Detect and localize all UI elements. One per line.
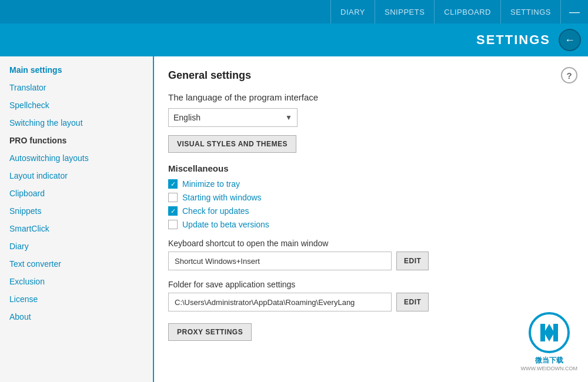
misc-title: Miscellaneous bbox=[168, 163, 574, 173]
language-label: The language of the program interface bbox=[168, 92, 574, 102]
nav-settings[interactable]: SETTINGS bbox=[501, 0, 561, 24]
sidebar-item-layout-indicator[interactable]: Layout indicator bbox=[0, 167, 153, 185]
sidebar-item-smartclick[interactable]: SmartClick bbox=[0, 220, 153, 237]
sidebar-item-diary[interactable]: Diary bbox=[0, 237, 153, 255]
nav-diary[interactable]: DIARY bbox=[330, 0, 375, 24]
checkbox-minimize-tray-box[interactable]: ✓ bbox=[168, 179, 178, 189]
content-area: ? General settings The language of the p… bbox=[154, 56, 588, 382]
top-navigation: DIARY SNIPPETS CLIPBOARD SETTINGS — bbox=[0, 0, 588, 24]
checkbox-beta-versions-label: Update to beta versions bbox=[182, 220, 269, 229]
checkbox-check-updates[interactable]: ✓ Check for updates bbox=[168, 206, 574, 216]
checkbox-check-updates-label: Check for updates bbox=[182, 206, 249, 216]
help-button[interactable]: ? bbox=[561, 67, 577, 83]
checkmark-icon-2: ✓ bbox=[171, 208, 176, 215]
watermark-chinese-text: 微当下载 bbox=[535, 356, 563, 366]
folder-row: EDIT bbox=[168, 293, 574, 311]
sidebar-item-exclusion[interactable]: Exclusion bbox=[0, 273, 153, 290]
checkbox-beta-versions-box[interactable] bbox=[168, 220, 178, 229]
language-select[interactable]: English Russian German French Spanish bbox=[173, 113, 292, 122]
watermark: 微当下载 WWW.WEIDOWN.COM bbox=[521, 312, 577, 371]
sidebar-item-switching-layout[interactable]: Switching the layout bbox=[0, 114, 153, 132]
folder-edit-button[interactable]: EDIT bbox=[396, 293, 429, 311]
keyboard-shortcut-label: Keyboard shortcut to open the main windo… bbox=[168, 239, 574, 248]
back-button[interactable]: ← bbox=[559, 29, 581, 51]
checkmark-icon: ✓ bbox=[171, 181, 176, 187]
sidebar-item-spellcheck[interactable]: Spellcheck bbox=[0, 96, 153, 114]
visual-styles-button[interactable]: VISUAL STYLES AND THEMES bbox=[168, 135, 296, 153]
checkbox-check-updates-box[interactable]: ✓ bbox=[168, 206, 178, 216]
keyboard-edit-button[interactable]: EDIT bbox=[396, 252, 429, 270]
settings-header: SETTINGS ← bbox=[0, 24, 588, 56]
sidebar-item-translator[interactable]: Translator bbox=[0, 79, 153, 96]
sidebar-item-snippets[interactable]: Snippets bbox=[0, 202, 153, 220]
sidebar-item-license[interactable]: License bbox=[0, 290, 153, 308]
checkbox-start-windows-box[interactable] bbox=[168, 193, 178, 202]
minimize-button[interactable]: — bbox=[561, 0, 588, 24]
sidebar-item-pro-functions[interactable]: PRO functions bbox=[0, 132, 153, 149]
sidebar-item-clipboard[interactable]: Clipboard bbox=[0, 185, 153, 202]
watermark-logo-icon bbox=[529, 312, 570, 353]
nav-links: DIARY SNIPPETS CLIPBOARD SETTINGS — bbox=[330, 0, 588, 24]
proxy-settings-button[interactable]: PROXY SETTINGS bbox=[168, 323, 252, 341]
folder-input[interactable] bbox=[168, 293, 392, 311]
sidebar-item-text-converter[interactable]: Text converter bbox=[0, 255, 153, 273]
checkbox-beta-versions[interactable]: Update to beta versions bbox=[168, 220, 574, 229]
settings-title: SETTINGS bbox=[476, 32, 550, 48]
sidebar: Main settings Translator Spellcheck Swit… bbox=[0, 56, 154, 382]
sidebar-item-main-settings[interactable]: Main settings bbox=[0, 61, 153, 79]
sidebar-item-autoswitching[interactable]: Autoswitching layouts bbox=[0, 149, 153, 167]
folder-label: Folder for save application settings bbox=[168, 280, 574, 289]
page-title: General settings bbox=[168, 69, 574, 82]
sidebar-item-about[interactable]: About bbox=[0, 308, 153, 326]
keyboard-shortcut-input[interactable] bbox=[168, 252, 392, 270]
checkbox-minimize-tray[interactable]: ✓ Minimize to tray bbox=[168, 179, 574, 189]
checkbox-start-windows-label: Starting with windows bbox=[182, 193, 262, 202]
watermark-url-text: WWW.WEIDOWN.COM bbox=[521, 366, 577, 371]
keyboard-shortcut-row: EDIT bbox=[168, 252, 574, 270]
nav-snippets[interactable]: SNIPPETS bbox=[375, 0, 435, 24]
nav-clipboard[interactable]: CLIPBOARD bbox=[435, 0, 501, 24]
checkbox-minimize-tray-label: Minimize to tray bbox=[182, 179, 240, 189]
main-layout: Main settings Translator Spellcheck Swit… bbox=[0, 56, 588, 382]
checkbox-start-windows[interactable]: Starting with windows bbox=[168, 193, 574, 202]
language-dropdown-wrapper: English Russian German French Spanish ▼ bbox=[168, 108, 298, 127]
